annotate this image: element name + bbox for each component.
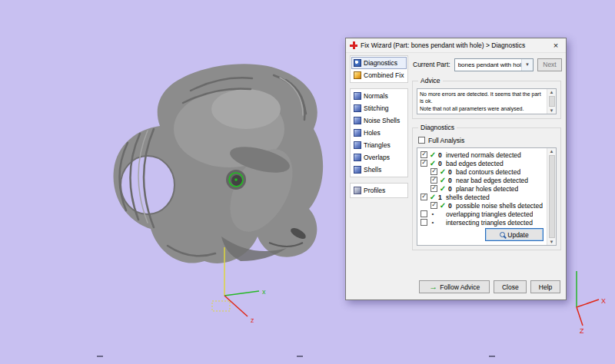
sidebar-item-noise-shells[interactable]: Noise Shells (351, 114, 407, 127)
result-count: 0 (448, 168, 456, 176)
diagnostic-label: bad edges detected (446, 160, 504, 167)
diagnostic-label: shells detected (446, 194, 490, 201)
diagnostic-checkbox[interactable] (430, 185, 437, 192)
sidebar-item-triangles[interactable]: Triangles (351, 139, 407, 151)
current-part-combobox[interactable]: bones pendant with hole ▼ (454, 58, 534, 71)
scrollbar-thumb[interactable] (549, 155, 555, 238)
result-count: 1 (438, 194, 446, 201)
sidebar-item-normals[interactable]: Normals (351, 90, 407, 102)
advice-line: No more errors are detected. It seems th… (420, 91, 544, 105)
full-analysis-checkbox[interactable] (418, 137, 425, 144)
chevron-down-icon[interactable]: ▼ (521, 59, 533, 71)
sidebar-item-label: Overlaps (364, 154, 390, 161)
diagnostics-icon (354, 59, 361, 67)
sidebar-group-fix-types: Normals Stitching Noise Shells Holes Tri… (350, 88, 408, 177)
x-axis-label: x (262, 288, 266, 296)
sidebar-group-main: Diagnostics Combined Fix (350, 55, 408, 83)
corner-x-axis-line (577, 299, 599, 307)
diagnostics-scrollbar[interactable]: ▲ ▼ (547, 148, 556, 245)
update-button-label: Update (507, 231, 528, 239)
check-mark-icon: ✓ (427, 151, 438, 159)
update-button-row: Update (421, 227, 547, 243)
sidebar-item-stitching[interactable]: Stitching (351, 102, 407, 114)
diagnostic-row: • overlapping triangles detected (421, 210, 547, 218)
sidebar-item-profiles[interactable]: Profiles (351, 184, 407, 197)
dialog-titlebar[interactable]: Fix Wizard (Part: bones pendant with hol… (346, 38, 566, 53)
platform-tick (97, 356, 103, 357)
sidebar-group-profiles: Profiles (350, 183, 408, 198)
diagnostic-checkbox[interactable] (421, 151, 427, 158)
sidebar-item-label: Diagnostics (364, 59, 397, 67)
sidebar-item-label: Shells (364, 166, 381, 174)
update-button[interactable]: Update (485, 228, 544, 241)
check-mark-icon: ✓ (437, 176, 448, 184)
sidebar-item-overlaps[interactable]: Overlaps (351, 151, 407, 164)
dialog-footer: → Follow Advice Close Help (419, 280, 560, 294)
diagnostic-row: ✓ 0 inverted normals detected (421, 151, 547, 159)
diagnostic-checkbox[interactable] (421, 210, 427, 217)
dialog-title: Fix Wizard (Part: bones pendant with hol… (361, 41, 546, 49)
diagnostic-checkbox[interactable] (421, 194, 427, 200)
current-part-label: Current Part: (413, 61, 450, 68)
scroll-up-icon[interactable]: ▲ (550, 90, 554, 94)
x-axis-line (224, 291, 259, 296)
dialog-body: Diagnostics Combined Fix Normals Stitchi… (346, 53, 566, 299)
full-analysis-row: Full Analysis (418, 135, 557, 145)
diagnostic-checkbox[interactable] (430, 202, 437, 209)
diagnostic-label: near bad edges detected (456, 177, 528, 184)
diagnostic-checkbox[interactable] (421, 219, 427, 226)
diagnostic-label: planar holes detected (456, 185, 518, 193)
scroll-down-icon[interactable]: ▼ (550, 108, 554, 113)
check-mark-icon: ✓ (427, 193, 438, 201)
sidebar-item-combined-fix[interactable]: Combined Fix (351, 69, 407, 81)
result-count: 0 (438, 160, 446, 167)
sidebar-item-label: Triangles (364, 141, 391, 149)
result-count: 0 (448, 185, 456, 193)
noise-shells-icon (354, 117, 361, 124)
diagnostic-row: ✓ 0 possible noise shells detected (421, 201, 547, 210)
sidebar-item-label: Holes (364, 129, 381, 137)
sidebar-item-holes[interactable]: Holes (351, 127, 407, 139)
corner-z-axis-label: Z (580, 327, 584, 335)
normals-icon (354, 92, 361, 100)
next-button[interactable]: Next (537, 58, 562, 71)
diagnostic-label: intersecting triangles detected (446, 219, 533, 227)
platform-tick (297, 356, 303, 357)
result-count: 0 (448, 177, 456, 184)
green-arrow-icon: → (429, 283, 437, 291)
close-icon[interactable]: × (546, 38, 566, 52)
sidebar-item-diagnostics[interactable]: Diagnostics (351, 57, 407, 69)
advice-groupbox: Advice No more errors are detected. It s… (412, 81, 561, 119)
diagnostic-checkbox[interactable] (430, 177, 437, 184)
spacer (411, 250, 562, 280)
diagnostic-checkbox[interactable] (430, 168, 437, 175)
scroll-up-icon[interactable]: ▲ (550, 149, 554, 154)
corner-x-axis-label: X (601, 297, 606, 305)
holes-icon (354, 129, 361, 137)
result-count: 0 (438, 151, 446, 159)
follow-advice-button[interactable]: → Follow Advice (419, 280, 490, 293)
advice-text-area: No more errors are detected. It seems th… (417, 88, 557, 114)
advice-group-label: Advice (418, 77, 443, 84)
fix-wizard-sidebar: Diagnostics Combined Fix Normals Stitchi… (350, 55, 408, 296)
diagnostics-list-panel: ✓ 0 inverted normals detected ✓ 0 bad ed… (417, 147, 557, 246)
bullet-icon: • (427, 210, 438, 217)
help-button[interactable]: Help (530, 280, 560, 293)
diagnostic-label: overlapping triangles detected (446, 210, 533, 218)
scroll-down-icon[interactable]: ▼ (550, 240, 554, 244)
check-mark-icon: ✓ (427, 159, 438, 167)
close-button[interactable]: Close (494, 280, 527, 293)
advice-line: Note that not all parameters were analys… (420, 105, 544, 112)
scrollbar-thumb[interactable] (549, 96, 555, 107)
diagnostics-group-label: Diagnostics (418, 124, 457, 131)
diagnostics-list: ✓ 0 inverted normals detected ✓ 0 bad ed… (417, 148, 547, 245)
origin-marker-box (212, 301, 230, 311)
advice-scrollbar[interactable]: ▲ ▼ (547, 89, 556, 114)
diagnostic-checkbox[interactable] (421, 160, 427, 167)
triangles-icon (354, 141, 361, 149)
diagnostic-row: ✓ 0 bad contours detected (421, 167, 547, 176)
sidebar-item-label: Normals (364, 92, 388, 100)
check-mark-icon: ✓ (437, 201, 448, 210)
diagnostic-row: ✓ 0 bad edges detected (421, 159, 547, 167)
sidebar-item-shells[interactable]: Shells (351, 164, 407, 176)
